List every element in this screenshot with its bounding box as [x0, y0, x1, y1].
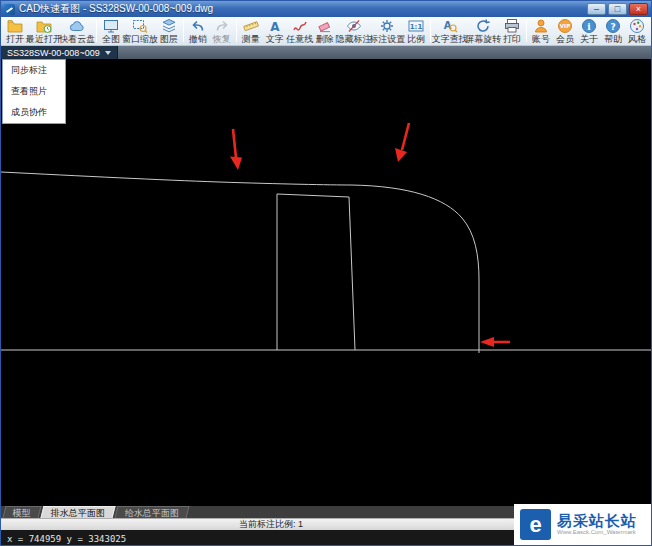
rotate-icon	[475, 18, 491, 34]
find-text-icon: A	[442, 18, 458, 34]
toolbar-item-account[interactable]: 账号	[529, 18, 553, 44]
full-view-icon	[103, 18, 119, 34]
toolbar-item-about[interactable]: i 关于	[577, 18, 601, 44]
toolbar-item-recent[interactable]: 最近打开	[27, 18, 61, 44]
svg-text:A: A	[270, 20, 280, 34]
toolbar-item-rotate-screen[interactable]: 屏幕旋转	[466, 18, 500, 44]
text-icon: A	[267, 18, 283, 34]
open-folder-icon	[7, 18, 23, 34]
sheet-tab-drainage-plan[interactable]: 排水总平面图	[41, 506, 116, 518]
watermark-subtitle: Www.Easck.Com_Watermark	[557, 529, 637, 536]
annotation-arrow-left[interactable]	[480, 337, 510, 347]
scale-icon: 1:1	[408, 18, 424, 34]
svg-text:i: i	[587, 22, 591, 32]
document-tab[interactable]: SS328SW-00-008~009	[1, 46, 118, 59]
vip-icon: VIP	[557, 18, 573, 34]
road-edge-curve	[1, 172, 479, 353]
annotation-arrow-down-1[interactable]	[230, 129, 242, 170]
toolbar-item-measure[interactable]: 测量	[239, 18, 263, 44]
maximize-button[interactable]: □	[608, 3, 627, 15]
toolbar-item-cloud[interactable]: 快看云盘	[61, 18, 95, 44]
toolbar-item-window-zoom[interactable]: 窗口缩放	[123, 18, 157, 44]
window-zoom-icon	[132, 18, 148, 34]
toolbar-item-style[interactable]: 风格	[625, 18, 649, 44]
cad-drawing	[1, 59, 652, 506]
document-tab-label: SS328SW-00-008~009	[7, 48, 100, 58]
svg-text:VIP: VIP	[560, 23, 570, 29]
toolbar-item-freeline[interactable]: 任意线	[287, 18, 313, 44]
info-icon: i	[581, 18, 597, 34]
main-toolbar: 打开 最近打开 快看云盘 全图 窗口缩放 图层 撤销	[1, 17, 651, 46]
menu-item-sync-markup[interactable]: 同步标注	[3, 60, 65, 81]
toolbar-item-help[interactable]: ? 帮助	[601, 18, 625, 44]
freeline-icon	[292, 18, 308, 34]
cursor-coordinates: x = 744959 y = 3343025	[7, 534, 126, 544]
chevron-down-icon[interactable]	[105, 51, 111, 55]
toolbar-item-delete[interactable]: 删除	[313, 18, 337, 44]
minimize-button[interactable]: –	[587, 3, 606, 15]
layers-icon	[161, 18, 177, 34]
title-bar: CAD快速看图 - SS328SW-00-008~009.dwg – □ ×	[1, 1, 651, 17]
toolbar-item-open[interactable]: 打开	[3, 18, 27, 44]
toolbar-item-print[interactable]: 打印	[500, 18, 524, 44]
parcel-right-line	[349, 197, 355, 350]
question-icon: ?	[605, 18, 621, 34]
toolbar-item-markup-settings[interactable]: 标注设置	[370, 18, 404, 44]
user-icon	[533, 18, 549, 34]
palette-icon	[629, 18, 645, 34]
close-button[interactable]: ×	[629, 3, 648, 15]
annotation-arrow-down-2[interactable]	[395, 123, 409, 162]
document-tab-strip: SS328SW-00-008~009	[1, 46, 651, 59]
toolbar-separator	[183, 20, 184, 42]
ruler-icon	[243, 18, 259, 34]
toolbar-item-find-text[interactable]: A 文字查找	[433, 18, 467, 44]
toolbar-item-text[interactable]: A 文字	[263, 18, 287, 44]
toolbar-item-vip[interactable]: VIP 会员	[553, 18, 577, 44]
svg-text:?: ?	[610, 22, 615, 32]
hide-eye-icon	[346, 18, 362, 34]
toolbar-separator	[96, 20, 97, 42]
app-logo-icon	[4, 4, 15, 15]
sheet-tab-model[interactable]: 模型	[3, 506, 42, 518]
menu-item-view-photos[interactable]: 查看照片	[3, 81, 65, 102]
toolbar-separator	[236, 20, 237, 42]
cad-viewer-window: CAD快速看图 - SS328SW-00-008~009.dwg – □ × 打…	[0, 0, 652, 546]
toolbar-item-layers[interactable]: 图层	[157, 18, 181, 44]
svg-text:1:1: 1:1	[410, 23, 423, 31]
toolbar-item-undo[interactable]: 撤销	[186, 18, 210, 44]
toolbar-separator	[526, 20, 527, 42]
window-title: CAD快速看图 - SS328SW-00-008~009.dwg	[19, 2, 213, 16]
watermark-logo-icon: e	[520, 509, 551, 540]
menu-item-collaboration[interactable]: 成员协作	[3, 102, 65, 123]
markup-scale-text: 当前标注比例: 1	[239, 518, 303, 531]
eraser-icon	[317, 18, 333, 34]
tab-dropdown-menu: 同步标注 查看照片 成员协作	[2, 59, 66, 124]
toolbar-item-full-view[interactable]: 全图	[99, 18, 123, 44]
redo-icon	[214, 18, 230, 34]
toolbar-item-hide-markup[interactable]: 隐藏标注	[337, 18, 371, 44]
cloud-icon	[69, 18, 85, 34]
gear-icon	[379, 18, 395, 34]
parcel-top-line	[277, 194, 349, 197]
toolbar-item-redo: 恢复	[210, 18, 234, 44]
drawing-canvas[interactable]: 同步标注 查看照片 成员协作	[1, 59, 652, 506]
toolbar-item-scale[interactable]: 1:1 比例	[404, 18, 428, 44]
watermark: e 易采站长站 Www.Easck.Com_Watermark	[514, 504, 651, 545]
recent-folder-icon	[36, 18, 52, 34]
watermark-title: 易采站长站	[557, 513, 637, 530]
undo-icon	[190, 18, 206, 34]
sheet-tab-watersupply-plan[interactable]: 给水总平面图	[115, 506, 190, 518]
printer-icon	[504, 18, 520, 34]
